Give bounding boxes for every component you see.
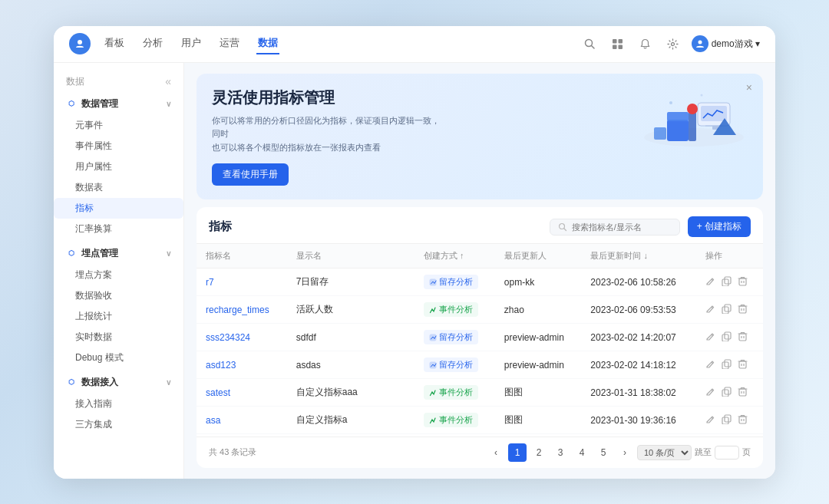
sidebar-group-tracking-header[interactable]: ⬡ 埋点管理 ∨ [54,242,183,265]
sidebar-item-data-verify[interactable]: 数据验收 [54,285,183,306]
table-row: satest 自定义指标aaa 事件分析 图图 2023-01-31 18:38… [197,379,763,407]
search-icon[interactable] [581,35,599,53]
cell-updater: opm-kk [495,268,582,296]
sidebar-group-data-mgmt-header[interactable]: ⬡ 数据管理 ∨ [54,93,183,115]
nav-kanban[interactable]: 看板 [103,33,126,54]
cell-updater: 图图 [495,379,582,407]
cell-name[interactable]: asd123 [197,351,287,379]
tracking-icon: ⬡ [66,248,77,259]
sidebar-item-report-stat[interactable]: 上报统计 [54,306,183,327]
cell-name[interactable]: satest [197,379,287,407]
search-box[interactable] [550,219,680,236]
banner: × 灵活使用指标管理 你可以将常用的分析口径固化为指标，保证项目内逻辑一致，同时… [197,74,763,200]
edit-icon[interactable] [705,387,715,399]
cell-display: sdfdf [287,324,414,351]
copy-icon[interactable] [722,387,732,399]
user-label: demo游戏 ▾ [712,38,760,51]
grid-icon[interactable] [609,35,627,53]
bell-icon[interactable] [636,35,655,53]
edit-icon[interactable] [705,276,715,288]
sidebar-item-event-attr[interactable]: 事件属性 [54,136,183,156]
delete-icon[interactable] [738,331,748,344]
cell-actions [696,296,763,324]
page-total: 共 43 条记录 [209,446,256,458]
svg-rect-3 [613,39,617,44]
banner-desc: 你可以将常用的分析口径固化为指标，保证项目内逻辑一致，同时 也可以将各个模型的指… [212,114,442,155]
sidebar-group-intake-header[interactable]: ⬡ 数据接入 ∨ [54,371,183,394]
next-page-button[interactable]: › [616,443,634,462]
indicator-header: 指标 + 创建指标 [197,207,763,244]
table-row: sss234324 sdfdf 留存分析 preview-admin 2023-… [197,324,763,351]
page-size-select[interactable]: 10 条/页 20 条/页 50 条/页 [637,445,692,460]
create-indicator-button[interactable]: + 创建指标 [688,216,751,237]
page-btn-5[interactable]: 5 [594,443,613,462]
nav-analysis[interactable]: 分析 [141,33,164,54]
copy-icon[interactable] [722,359,732,371]
svg-rect-60 [739,417,746,423]
sidebar-collapse-icon[interactable]: « [165,75,171,87]
edit-icon[interactable] [705,304,715,316]
sidebar-item-event[interactable]: 元事件 [54,115,183,136]
copy-icon[interactable] [722,331,732,344]
prev-page-button[interactable]: ‹ [487,443,505,462]
col-actions: 操作 [696,244,763,268]
nav-ops[interactable]: 运营 [218,33,241,54]
sidebar-item-track-plan[interactable]: 埋点方案 [54,265,183,285]
cell-updated: 2023-02-06 09:53:53 [581,296,695,324]
nav-data[interactable]: 数据 [256,33,279,54]
svg-point-8 [698,41,702,44]
cell-actions [696,351,763,379]
cell-name[interactable]: recharge_times [197,296,287,324]
delete-icon[interactable] [738,304,748,316]
cell-name[interactable]: asa [197,407,287,434]
banner-cta-button[interactable]: 查看使用手册 [212,163,289,186]
cell-name[interactable]: sss234324 [197,324,287,351]
cell-display: 自定义指标aaa [287,379,414,407]
page-btn-4[interactable]: 4 [573,443,591,462]
sidebar-item-integration[interactable]: 三方集成 [54,414,183,435]
header-right: + 创建指标 [550,216,751,237]
page-btn-2[interactable]: 2 [530,443,548,462]
delete-icon[interactable] [738,276,748,288]
jump-input[interactable] [715,446,739,460]
cell-display: 活跃人数 [287,296,414,324]
svg-rect-13 [654,127,666,140]
edit-icon[interactable] [705,359,715,371]
svg-rect-6 [619,44,623,49]
cell-name[interactable]: r7 [197,268,287,296]
user-menu[interactable]: demo游戏 ▾ [692,35,760,52]
sidebar-item-guide[interactable]: 接入指南 [54,394,183,414]
page-btn-1[interactable]: 1 [508,443,527,462]
settings-icon[interactable] [664,35,682,53]
svg-rect-33 [722,307,728,314]
sidebar-item-datatable[interactable]: 数据表 [54,177,183,198]
svg-rect-47 [722,362,728,369]
svg-rect-27 [722,279,728,286]
delete-icon[interactable] [738,359,748,371]
search-input[interactable] [572,222,672,232]
svg-point-18 [687,104,698,114]
page-buttons: ‹ 1 2 3 4 5 › 10 条/页 20 条/页 50 条/页 [487,443,751,462]
cell-display: asdas [287,351,414,379]
sidebar-item-debug[interactable]: Debug 模式 [54,348,183,368]
edit-icon[interactable] [705,414,715,427]
copy-icon[interactable] [722,414,732,427]
copy-icon[interactable] [722,276,732,288]
nav-users[interactable]: 用户 [180,33,203,54]
sidebar-item-indicator[interactable]: 指标 [54,198,183,219]
sidebar-item-exchange[interactable]: 汇率换算 [54,219,183,239]
sidebar-item-realtime[interactable]: 实时数据 [54,327,183,348]
copy-icon[interactable] [722,304,732,316]
col-name: 指标名 [197,244,287,268]
edit-icon[interactable] [705,331,715,344]
sidebar-item-user-attr[interactable]: 用户属性 [54,156,183,177]
svg-rect-26 [725,277,731,284]
cell-actions [696,268,763,296]
sidebar-group-tracking: ⬡ 埋点管理 ∨ 埋点方案 数据验收 上报统计 实时数据 Debug 模式 [54,242,183,368]
delete-icon[interactable] [738,387,748,399]
delete-icon[interactable] [738,414,748,427]
svg-line-23 [563,228,566,230]
page-btn-3[interactable]: 3 [551,443,570,462]
col-updater: 最后更新人 [495,244,582,268]
svg-rect-10 [667,120,689,141]
